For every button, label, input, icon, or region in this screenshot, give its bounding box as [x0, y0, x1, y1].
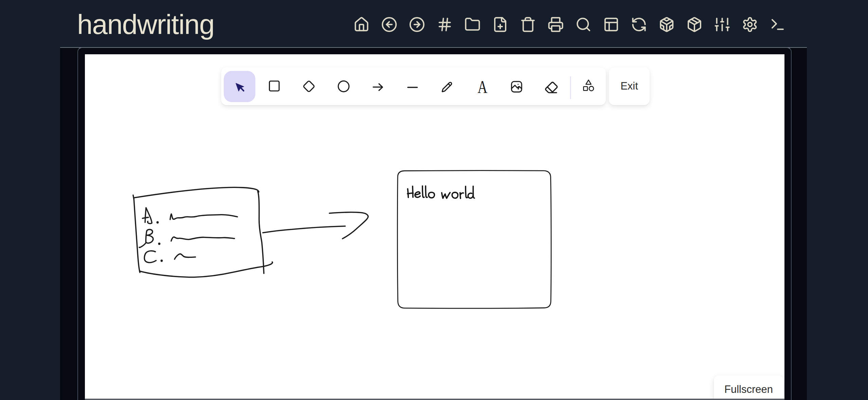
- svg-text:A: A: [477, 77, 487, 97]
